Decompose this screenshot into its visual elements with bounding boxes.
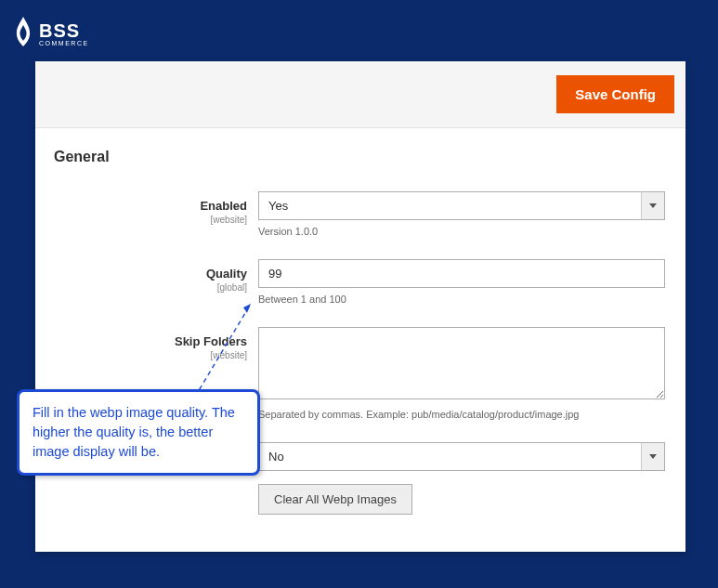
scope-quality: [global] — [35, 282, 247, 293]
section-title: General — [35, 128, 685, 191]
row-quality: Quality [global] Between 1 and 100 — [35, 259, 685, 305]
fourth-select[interactable]: No — [258, 442, 665, 471]
brand-name: BSS — [39, 20, 89, 42]
hint-enabled: Version 1.0.0 — [258, 226, 665, 237]
skip-folders-textarea[interactable] — [258, 327, 665, 399]
scope-skip-folders: [website] — [35, 350, 247, 360]
label-skip-folders: Skip Folders — [175, 334, 247, 348]
toolbar: Save Config — [35, 61, 685, 128]
quality-input[interactable] — [258, 259, 665, 288]
scope-enabled: [website] — [35, 215, 247, 225]
row-clear: Clear All Webp Images — [35, 484, 685, 515]
enabled-select[interactable]: Yes — [258, 191, 665, 220]
brand-logo: BSS COMMERCE — [13, 17, 89, 50]
save-config-button[interactable]: Save Config — [556, 75, 674, 113]
hint-skip-folders: Separated by commas. Example: pub/media/… — [258, 409, 665, 420]
hint-quality: Between 1 and 100 — [258, 294, 665, 305]
config-panel: Save Config General Enabled [website] Ye… — [35, 61, 685, 552]
help-callout: Fill in the webp image quality. The high… — [17, 389, 260, 476]
clear-webp-button[interactable]: Clear All Webp Images — [258, 484, 412, 515]
bss-flame-icon — [13, 17, 33, 50]
row-enabled: Enabled [website] Yes Version 1.0.0 — [35, 191, 685, 237]
label-quality: Quality — [206, 267, 247, 281]
label-enabled: Enabled — [200, 199, 247, 213]
brand-sub: COMMERCE — [39, 40, 89, 46]
